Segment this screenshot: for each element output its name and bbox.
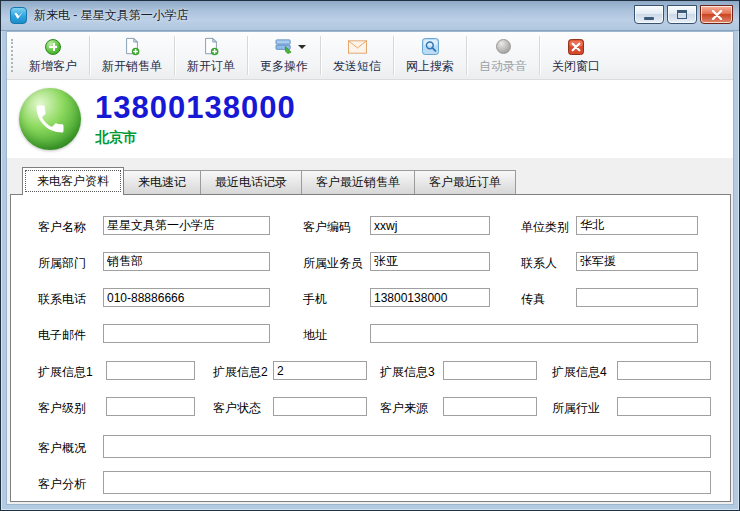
minimize-button[interactable]	[634, 5, 664, 24]
toolbar-label: 网上搜索	[406, 58, 454, 75]
toolbar-grip-handle[interactable]	[11, 39, 16, 72]
more-actions-button[interactable]: 更多操作	[250, 34, 318, 77]
contact-person-field[interactable]	[576, 252, 698, 271]
ext-info-4-field[interactable]	[617, 361, 711, 380]
address-field[interactable]	[370, 324, 698, 343]
industry-field[interactable]	[617, 397, 711, 416]
maximize-button[interactable]	[667, 5, 697, 24]
ext-info-2-field[interactable]	[273, 361, 367, 380]
customer-status-field[interactable]	[273, 397, 367, 416]
field-label: 扩展信息2	[213, 364, 268, 381]
field-label: 联系人	[521, 255, 557, 272]
customer-level-field[interactable]	[106, 397, 195, 416]
ext-info-1-field[interactable]	[106, 361, 195, 380]
department-field[interactable]	[103, 252, 270, 271]
field-label: 所属业务员	[303, 255, 363, 272]
toolbar-label: 新开订单	[187, 58, 235, 75]
customer-overview-field[interactable]	[103, 435, 711, 458]
toolbar-label: 新增客户	[29, 58, 77, 75]
salesperson-field[interactable]	[370, 252, 490, 271]
caller-phone-number: 13800138000	[95, 91, 296, 125]
send-sms-envelope-icon	[348, 37, 367, 56]
toolbar-separator	[174, 36, 175, 75]
unit-category-field[interactable]	[576, 216, 698, 235]
toolbar-label: 更多操作	[260, 58, 308, 75]
tab-call-notes[interactable]: 来电速记	[123, 170, 201, 194]
caller-customer-info-panel: 客户名称 客户编码 单位类别 所属部门 所属业务员 联系人 联系电话 手机	[10, 194, 731, 502]
form-row: 联系电话 手机 传真	[11, 288, 730, 308]
toolbar-separator	[89, 36, 90, 75]
close-window-button[interactable]: 关闭窗口	[542, 34, 610, 77]
form-row: 客户名称 客户编码 单位类别	[11, 216, 730, 236]
toolbar-separator	[247, 36, 248, 75]
client-area: 新增客户 新开销售单 新开订单	[6, 31, 734, 505]
form-row: 电子邮件 地址	[11, 324, 730, 344]
caller-info: 13800138000 北京市	[95, 91, 296, 147]
new-sales-doc-icon	[123, 37, 141, 56]
field-label: 地址	[303, 327, 327, 344]
more-actions-icon	[275, 37, 294, 56]
web-search-icon	[422, 37, 439, 56]
caller-location: 北京市	[95, 129, 296, 147]
minimize-icon	[644, 17, 654, 20]
ext-info-3-field[interactable]	[443, 361, 537, 380]
tabstrip: 来电客户资料 来电速记 最近电话记录 客户最近销售单 客户最近订单	[7, 158, 733, 194]
close-icon	[711, 10, 723, 20]
auto-record-button[interactable]: 自动录音	[469, 34, 537, 77]
tab-caller-customer-info[interactable]: 来电客户资料	[22, 167, 124, 195]
field-label: 客户级别	[38, 400, 86, 417]
toolbar-separator	[393, 36, 394, 75]
new-order-doc-icon	[202, 37, 220, 56]
web-search-button[interactable]: 网上搜索	[396, 34, 464, 77]
close-window-icon	[568, 37, 584, 56]
phone-icon	[19, 88, 81, 150]
app-icon	[10, 7, 27, 24]
field-label: 扩展信息3	[380, 364, 435, 381]
field-label: 客户编码	[303, 219, 351, 236]
new-sales-order-button[interactable]: 新开销售单	[92, 34, 172, 77]
add-customer-icon	[45, 37, 61, 56]
record-circle-icon	[496, 37, 511, 56]
toolbar: 新增客户 新开销售单 新开订单	[7, 32, 733, 80]
toolbar-separator	[539, 36, 540, 75]
toolbar-label: 新开销售单	[102, 58, 162, 75]
tab-customer-recent-sales-orders[interactable]: 客户最近销售单	[301, 170, 415, 194]
field-label: 客户名称	[38, 219, 86, 236]
form-row: 客户级别 客户状态 客户来源 所属行业	[11, 397, 730, 417]
field-label: 传真	[521, 291, 545, 308]
customer-analysis-field[interactable]	[103, 471, 711, 494]
field-label: 扩展信息4	[552, 364, 607, 381]
titlebar: 新来电 - 星星文具第一小学店	[1, 1, 739, 31]
fax-field[interactable]	[576, 288, 698, 307]
toolbar-separator	[466, 36, 467, 75]
toolbar-label: 自动录音	[479, 58, 527, 75]
form-row: 客户概况	[11, 435, 730, 455]
email-field[interactable]	[103, 324, 270, 343]
field-label: 客户概况	[38, 440, 86, 457]
form-row: 客户分析	[11, 471, 730, 491]
new-order-button[interactable]: 新开订单	[177, 34, 245, 77]
field-label: 客户来源	[380, 400, 428, 417]
field-label: 电子邮件	[38, 327, 86, 344]
tab-customer-recent-orders[interactable]: 客户最近订单	[414, 170, 516, 194]
close-button[interactable]	[700, 5, 733, 24]
contact-phone-field[interactable]	[103, 288, 270, 307]
toolbar-separator	[320, 36, 321, 75]
toolbar-label: 发送短信	[333, 58, 381, 75]
customer-source-field[interactable]	[443, 397, 537, 416]
form-row: 所属部门 所属业务员 联系人	[11, 252, 730, 272]
caption-buttons	[634, 5, 733, 24]
customer-code-field[interactable]	[370, 216, 490, 235]
chevron-down-icon	[298, 45, 306, 53]
window-title: 新来电 - 星星文具第一小学店	[34, 7, 634, 24]
caller-banner: 13800138000 北京市	[7, 80, 733, 158]
send-sms-button[interactable]: 发送短信	[323, 34, 391, 77]
field-label: 联系电话	[38, 291, 86, 308]
customer-name-field[interactable]	[103, 216, 270, 235]
toolbar-label: 关闭窗口	[552, 58, 600, 75]
mobile-field[interactable]	[370, 288, 490, 307]
incoming-call-window: 新来电 - 星星文具第一小学店 新增客户 新开销	[0, 0, 740, 511]
add-customer-button[interactable]: 新增客户	[19, 34, 87, 77]
field-label: 扩展信息1	[38, 364, 93, 381]
tab-recent-call-records[interactable]: 最近电话记录	[200, 170, 302, 194]
